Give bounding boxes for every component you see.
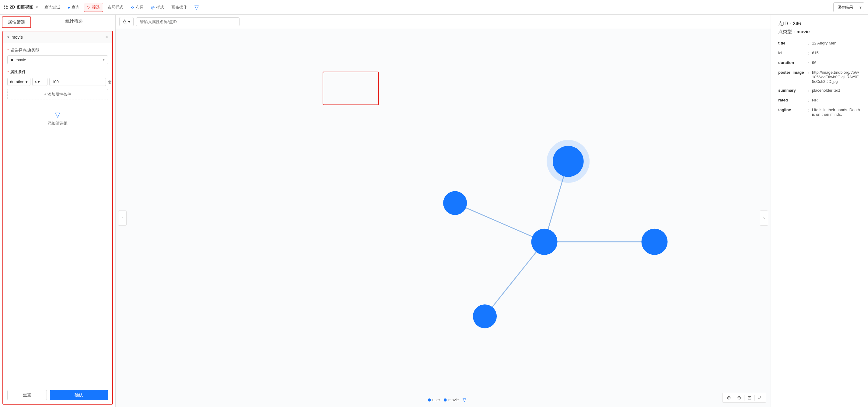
- query-label: 查询: [71, 5, 80, 10]
- detail-row: rated：NR: [778, 98, 861, 103]
- fit-icon: ⊡: [747, 395, 751, 401]
- app-title: 2D 图谱视图: [10, 5, 33, 10]
- node-3[interactable]: [531, 229, 558, 255]
- type-dot: [11, 59, 13, 61]
- center-area: 点 ▾ ‹: [116, 14, 771, 407]
- fullscreen-button[interactable]: ⤢: [756, 394, 764, 401]
- filter-group-title: movie: [11, 35, 105, 39]
- legend-movie-label: movie: [448, 398, 459, 402]
- confirm-button[interactable]: 确认: [50, 390, 108, 400]
- layout-icon: ⊹: [130, 5, 134, 10]
- op-arrow: ▾: [38, 80, 40, 84]
- chevron-down-icon[interactable]: ▾: [36, 5, 38, 9]
- fullscreen-icon: ⤢: [758, 395, 762, 401]
- selector-arrow: ▾: [128, 20, 130, 24]
- layout-button[interactable]: ⊹ 布局: [127, 3, 147, 11]
- left-tabs: 属性筛选 统计筛选: [0, 14, 115, 28]
- extra-icon-button[interactable]: ▽: [191, 2, 202, 12]
- field-value: duration: [10, 80, 24, 84]
- node-2[interactable]: [553, 146, 584, 177]
- zoom-out-button[interactable]: ⊖: [735, 394, 743, 401]
- detail-row: summary：placeholder text: [778, 88, 861, 93]
- detail-row: id：615: [778, 51, 861, 56]
- delete-condition-icon[interactable]: 🗑: [108, 80, 112, 84]
- collapse-icon[interactable]: ▾: [7, 35, 9, 39]
- condition-row: duration ▾ < ▾ 🗑: [7, 78, 108, 86]
- field-selector[interactable]: duration ▾: [7, 78, 30, 86]
- operator-value: <: [34, 80, 37, 84]
- condition-value-input[interactable]: [49, 78, 106, 86]
- close-icon[interactable]: ×: [105, 34, 108, 40]
- graph-canvas[interactable]: [116, 29, 771, 407]
- topbar-right: 保存结果 ▾: [833, 2, 864, 12]
- zoom-controls: ⊕ ⊖ ⊡ ⤢: [722, 393, 766, 403]
- topbar: 2D 图谱视图 ▾ 查询过滤 ● 查询 ▽ 筛选 布局样式 ⊹ 布局 ◎ 样式 …: [0, 0, 868, 14]
- attr-search-input[interactable]: [136, 17, 240, 26]
- point-type-label: 点: [123, 19, 127, 24]
- fit-button[interactable]: ⊡: [746, 394, 753, 401]
- legend-user-dot: [428, 399, 431, 402]
- filter-label: 筛选: [92, 5, 100, 10]
- legend-movie-dot: [444, 399, 447, 402]
- zoom-divider-3: [754, 395, 755, 401]
- point-type-selector[interactable]: 点 ▾: [119, 17, 134, 26]
- field-arrow: ▾: [26, 80, 28, 84]
- edge-4: [485, 242, 545, 317]
- add-filter-group-label: 添加筛选组: [48, 121, 68, 126]
- left-panel: 属性筛选 统计筛选 ▾ movie × * 请选择点/边类型 movie: [0, 14, 116, 407]
- add-filter-group-button[interactable]: ▽ 添加筛选组: [7, 105, 108, 132]
- query-button[interactable]: ● 查询: [64, 3, 83, 11]
- layout-label: 布局: [136, 5, 144, 10]
- detail-row: title：12 Angry Men: [778, 41, 861, 46]
- zoom-divider-2: [744, 395, 744, 401]
- extra-icon: ▽: [194, 4, 199, 11]
- filter-button[interactable]: ▽ 筛选: [84, 3, 103, 12]
- graph-legend: user movie ▽: [428, 397, 466, 403]
- canvas-op-button[interactable]: 画布操作: [168, 3, 190, 11]
- filter-footer: 重置 确认: [3, 386, 112, 404]
- main-layout: 属性筛选 统计筛选 ▾ movie × * 请选择点/边类型 movie: [0, 14, 868, 407]
- operator-selector[interactable]: < ▾: [32, 78, 48, 86]
- left-arrow-icon: ‹: [122, 216, 123, 221]
- type-dropdown-arrow: ▾: [103, 58, 105, 62]
- zoom-divider-1: [734, 395, 734, 401]
- save-dropdown-arrow[interactable]: ▾: [857, 3, 864, 12]
- layout-style-label: 布局样式: [107, 5, 123, 10]
- center-toolbar: 点 ▾: [116, 14, 771, 29]
- graph-nav-right[interactable]: ›: [760, 210, 768, 226]
- filter-icon: ▽: [87, 5, 90, 10]
- type-label: 点类型：: [778, 29, 797, 34]
- detail-row: tagline：Life is in their hands. Death is…: [778, 108, 861, 117]
- filter-body: * 请选择点/边类型 movie ▾ * 属性条件 duration ▾: [3, 43, 112, 386]
- funnel-icon: ▽: [55, 111, 60, 119]
- add-condition-button[interactable]: + 添加属性条件: [7, 89, 108, 100]
- tab-attr-filter[interactable]: 属性筛选: [2, 17, 31, 28]
- type-selector[interactable]: movie ▾: [7, 55, 108, 64]
- tab-stat-filter[interactable]: 统计筛选: [32, 14, 115, 28]
- type-section-label: * 请选择点/边类型: [7, 48, 108, 53]
- canvas-op-label: 画布操作: [172, 5, 187, 10]
- node-type-title: 点类型：movie: [778, 29, 861, 35]
- zoom-out-icon: ⊖: [737, 395, 741, 401]
- node-5[interactable]: [473, 304, 497, 328]
- style-label: 样式: [156, 5, 164, 10]
- save-label[interactable]: 保存结果: [834, 3, 857, 12]
- legend-user: user: [428, 398, 440, 402]
- style-button[interactable]: ◎ 样式: [148, 3, 167, 11]
- reset-button[interactable]: 重置: [7, 390, 47, 400]
- legend-user-label: user: [432, 398, 440, 402]
- layout-style-button[interactable]: 布局样式: [104, 3, 126, 11]
- node-1[interactable]: [443, 191, 467, 215]
- graph-area[interactable]: ‹ ›: [116, 29, 771, 407]
- type-value: movie: [797, 29, 810, 34]
- legend-movie: movie: [444, 398, 459, 402]
- right-panel: 点ID：246 点类型：movie title：12 Angry Menid：6…: [771, 14, 868, 407]
- node-4[interactable]: [641, 229, 668, 255]
- graph-nav-left[interactable]: ‹: [118, 210, 127, 226]
- legend-filter-icon[interactable]: ▽: [463, 397, 466, 403]
- query-filter-button[interactable]: 查询过滤: [41, 3, 63, 11]
- zoom-in-icon: ⊕: [727, 395, 731, 401]
- zoom-in-button[interactable]: ⊕: [725, 394, 733, 401]
- id-value: 246: [793, 21, 801, 26]
- save-result-button[interactable]: 保存结果 ▾: [833, 2, 864, 12]
